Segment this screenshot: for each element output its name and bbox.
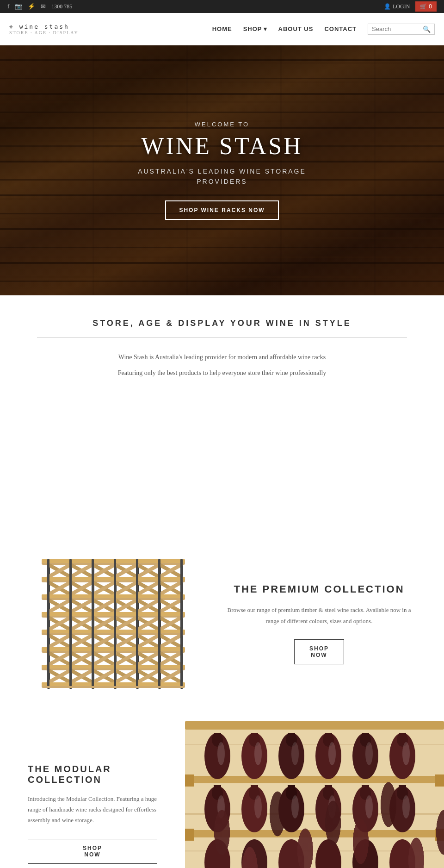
premium-shop-button[interactable]: SHOPNOW — [294, 639, 344, 664]
svg-rect-103 — [42, 630, 185, 633]
store-divider — [37, 337, 407, 338]
svg-point-134 — [323, 733, 334, 747]
top-bar-left: f 📷 ⚡ ✉ 1300 785 — [7, 3, 72, 10]
svg-point-152 — [323, 786, 334, 800]
svg-point-165 — [389, 839, 415, 868]
svg-point-151 — [315, 786, 341, 832]
svg-rect-144 — [214, 785, 221, 794]
search-input[interactable] — [372, 25, 423, 32]
svg-point-131 — [286, 733, 297, 747]
phone-number: 1300 785 — [51, 3, 72, 10]
hero-cta-button[interactable]: SHOP WINE RACKS NOW — [165, 200, 278, 220]
svg-rect-102 — [42, 612, 185, 616]
main-nav: ⚜️ wine stash STORE · AGE · DISPLAY HOME… — [0, 13, 444, 45]
svg-point-148 — [278, 786, 304, 832]
login-link[interactable]: 👤 LOGIN — [384, 3, 410, 10]
nav-home[interactable]: HOME — [212, 25, 232, 32]
svg-rect-129 — [251, 733, 258, 742]
svg-rect-114 — [185, 721, 444, 868]
svg-rect-141 — [399, 733, 406, 742]
svg-point-145 — [241, 786, 267, 832]
premium-title: THE PREMIUM COLLECTION — [222, 583, 416, 595]
search-button[interactable]: 🔍 — [423, 25, 431, 33]
modular-info: THE MODULAR COLLECTION Introducing the M… — [0, 721, 185, 868]
svg-point-142 — [204, 786, 230, 832]
modular-rack-svg — [185, 721, 444, 868]
svg-point-162 — [278, 839, 304, 868]
svg-point-154 — [352, 786, 378, 832]
svg-point-158 — [397, 786, 408, 800]
nav-contact[interactable]: CONTACT — [324, 25, 357, 32]
wine-rack-svg: // We'll draw this with inline SVG eleme… — [28, 545, 194, 703]
svg-rect-110 — [114, 559, 116, 686]
svg-rect-109 — [92, 559, 94, 686]
svg-rect-178 — [185, 774, 194, 787]
svg-rect-150 — [288, 785, 295, 794]
svg-rect-120 — [185, 721, 444, 730]
svg-point-163 — [315, 839, 341, 868]
svg-point-155 — [360, 786, 371, 800]
svg-rect-181 — [435, 829, 444, 841]
lightning-icon[interactable]: ⚡ — [28, 3, 35, 10]
modular-desc: Introducing the Modular Collection. Feat… — [28, 793, 157, 826]
svg-point-174 — [291, 795, 299, 818]
svg-rect-121 — [185, 776, 444, 783]
svg-point-136 — [352, 733, 378, 779]
svg-point-167 — [254, 742, 262, 765]
modular-image — [185, 721, 444, 868]
svg-point-139 — [389, 733, 415, 779]
cart-icon: 🛒 — [420, 3, 427, 10]
svg-point-170 — [365, 742, 373, 765]
svg-rect-159 — [399, 785, 406, 794]
svg-point-166 — [217, 742, 225, 765]
svg-rect-105 — [42, 665, 185, 668]
modular-title: THE MODULAR COLLECTION — [28, 764, 157, 785]
nav-shop[interactable]: SHOP ▾ — [243, 25, 267, 32]
svg-point-169 — [328, 742, 336, 765]
svg-rect-106 — [42, 682, 185, 686]
svg-rect-179 — [435, 774, 444, 787]
svg-point-177 — [402, 795, 410, 818]
svg-rect-113 — [180, 559, 183, 686]
store-section: STORE, AGE & DISPLAY YOUR WINE IN STYLE … — [0, 295, 444, 397]
svg-rect-132 — [288, 733, 295, 742]
svg-rect-107 — [47, 559, 49, 686]
svg-point-175 — [328, 795, 336, 818]
svg-rect-112 — [158, 559, 160, 686]
svg-rect-126 — [214, 733, 221, 742]
svg-point-143 — [212, 786, 223, 800]
svg-point-171 — [402, 742, 410, 765]
instagram-icon[interactable]: 📷 — [15, 3, 22, 10]
products-spacer — [0, 397, 444, 527]
top-bar-right: 👤 LOGIN 🛒 0 — [384, 1, 437, 12]
svg-rect-108 — [69, 559, 72, 686]
svg-rect-111 — [136, 559, 138, 686]
cart-button[interactable]: 🛒 0 — [415, 1, 437, 12]
svg-point-164 — [352, 839, 378, 868]
svg-point-137 — [360, 733, 371, 747]
svg-rect-138 — [362, 733, 369, 742]
hero-section: WELCOME TO WINE STASH AUSTRALIA'S LEADIN… — [0, 45, 444, 295]
svg-point-133 — [315, 733, 341, 779]
svg-point-146 — [249, 786, 260, 800]
svg-point-161 — [241, 839, 267, 868]
hero-content: WELCOME TO WINE STASH AUSTRALIA'S LEADIN… — [138, 121, 306, 220]
svg-point-160 — [204, 839, 230, 868]
svg-rect-147 — [251, 785, 258, 794]
nav-links: HOME SHOP ▾ ABOUT US CONTACT 🔍 — [212, 24, 435, 35]
email-icon: ✉ — [41, 3, 46, 10]
svg-point-157 — [389, 786, 415, 832]
store-title: STORE, AGE & DISPLAY YOUR WINE IN STYLE — [37, 318, 407, 328]
svg-rect-156 — [362, 785, 369, 794]
svg-point-168 — [291, 742, 299, 765]
modular-shop-button[interactable]: SHOPNOW — [28, 839, 157, 864]
svg-point-149 — [286, 786, 297, 800]
nav-about[interactable]: ABOUT US — [278, 25, 314, 32]
top-bar: f 📷 ⚡ ✉ 1300 785 👤 LOGIN 🛒 0 — [0, 0, 444, 13]
svg-point-125 — [212, 733, 223, 747]
svg-point-172 — [217, 795, 225, 818]
modular-section: THE MODULAR COLLECTION Introducing the M… — [0, 721, 444, 868]
store-desc-2: Featuring only the best products to help… — [37, 368, 407, 379]
site-logo[interactable]: ⚜️ wine stash STORE · AGE · DISPLAY — [9, 23, 79, 35]
facebook-icon[interactable]: f — [7, 3, 9, 10]
